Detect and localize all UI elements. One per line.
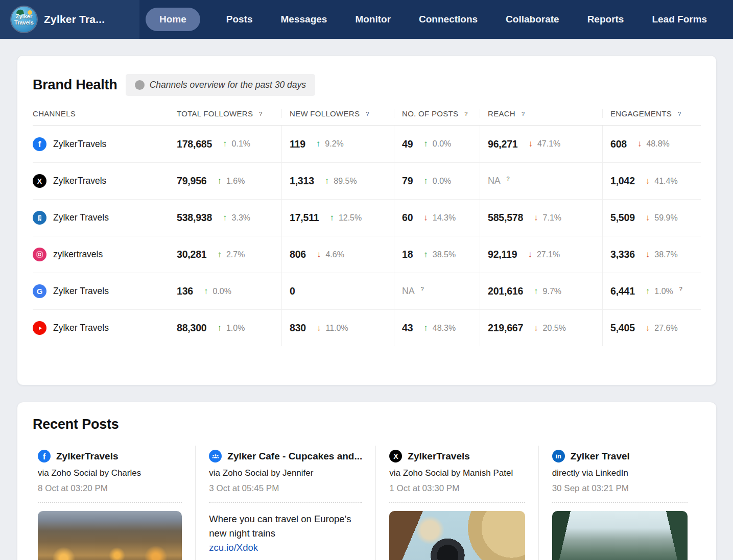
help-question-icon[interactable]: ? <box>259 111 262 117</box>
table-row-google-my-business: Zylker Travels 1360.0% 0 NA? 201,6169.7%… <box>33 273 701 309</box>
metric-value: 96,271 <box>488 138 517 150</box>
trend-arrow-icon <box>646 176 650 186</box>
help-question-icon[interactable]: ? <box>522 111 525 117</box>
help-question-icon[interactable]: ? <box>679 286 682 292</box>
dotted-divider <box>38 502 182 503</box>
x-twitter-icon <box>33 174 46 188</box>
post-account-name[interactable]: Zylker Cafe - Cupcakes and... <box>227 451 362 462</box>
trend-percent: 27.1% <box>537 250 560 259</box>
post-link[interactable]: zcu.io/Xdok <box>209 541 362 555</box>
metric-value: 88,300 <box>177 322 206 334</box>
trend-arrow-icon <box>223 139 227 149</box>
metric-value: 608 <box>610 138 627 150</box>
column-label: NEW FOLLOWERS <box>290 109 360 118</box>
column-label: TOTAL FOLLOWERS <box>177 109 253 118</box>
metric-engagements: 60848.8% <box>602 126 701 162</box>
trend-percent: 48.3% <box>433 324 456 333</box>
channel-name[interactable]: ZylkerTravels <box>53 139 106 150</box>
help-question-icon[interactable]: ? <box>507 176 510 182</box>
trend-arrow-icon <box>646 323 650 333</box>
channel-name[interactable]: Zylker Travels <box>53 286 109 297</box>
metric-total-followers: 178,6850.1% <box>177 126 281 162</box>
trend-arrow-icon <box>325 176 329 186</box>
nav-item-lead-forms[interactable]: Lead Forms <box>650 8 709 31</box>
metric-value: 43 <box>402 322 413 334</box>
trend-percent: 38.7% <box>654 250 677 259</box>
trend-arrow-icon <box>423 213 428 223</box>
metric-value: 79,956 <box>177 175 206 187</box>
trend-arrow-icon <box>646 286 650 297</box>
post-image[interactable] <box>552 511 688 560</box>
facebook-icon <box>33 137 46 151</box>
help-question-icon[interactable]: ? <box>678 111 681 117</box>
metric-value: 92,119 <box>488 249 517 260</box>
post-image[interactable] <box>389 511 525 560</box>
trend-arrow-icon <box>534 323 538 333</box>
metric-value: 30,281 <box>177 249 206 260</box>
help-question-icon[interactable]: ? <box>366 111 369 117</box>
metric-new-followers: 8064.6% <box>281 236 394 273</box>
metric-value: 219,667 <box>488 322 523 334</box>
trend-percent: 0.0% <box>212 287 231 296</box>
metric-total-followers: 30,2812.7% <box>177 236 281 273</box>
metric-value: 49 <box>402 138 413 150</box>
metric-new-followers: 17,51112.5% <box>281 200 394 236</box>
channel-name[interactable]: ZylkerTravels <box>53 176 106 186</box>
metric-reach: 92,11927.1% <box>480 236 602 273</box>
metric-value: 5,509 <box>610 212 635 224</box>
column-label: CHANNELS <box>33 109 76 118</box>
metric-value: 178,685 <box>177 138 212 150</box>
trend-percent: 0.1% <box>232 139 250 149</box>
metric-value: 6,441 <box>610 285 635 297</box>
metric-engagements: 6,4411.0%? <box>602 273 701 309</box>
trend-arrow-icon <box>223 213 227 223</box>
trend-percent: 14.3% <box>433 213 456 223</box>
channel-name[interactable]: Zylker Travels <box>53 212 109 223</box>
nav-menu: Home Posts Messages Monitor Connections … <box>139 0 733 39</box>
trend-arrow-icon <box>217 323 222 333</box>
metric-value: 119 <box>290 138 305 150</box>
metric-value: 3,336 <box>610 249 635 260</box>
brand-logo[interactable]: Zylker Travels <box>11 7 37 32</box>
metric-value: 60 <box>402 212 413 224</box>
info-icon <box>135 80 145 90</box>
brand-section: Zylker Travels Zylker Tra... <box>0 0 139 39</box>
trend-percent: 1.0% <box>226 324 245 333</box>
metric-total-followers: 1360.0% <box>177 273 281 309</box>
channel-name[interactable]: zylkertravels <box>53 249 103 260</box>
nav-item-home[interactable]: Home <box>146 8 200 31</box>
metric-new-followers: 83011.0% <box>281 310 394 346</box>
nav-item-reports[interactable]: Reports <box>585 8 626 31</box>
trend-arrow-icon <box>423 323 428 333</box>
nav-item-collaborate[interactable]: Collaborate <box>504 8 561 31</box>
nav-item-posts[interactable]: Posts <box>224 8 255 31</box>
post-image[interactable] <box>38 511 182 560</box>
metric-value: 5,405 <box>610 322 635 334</box>
channel-name[interactable]: Zylker Travels <box>53 323 109 333</box>
trend-percent: 9.7% <box>543 287 561 296</box>
metric-reach: NA? <box>480 163 602 199</box>
metric-value: NA <box>488 176 501 186</box>
metric-engagements: 1,04241.4% <box>602 163 701 199</box>
help-question-icon[interactable]: ? <box>464 111 467 117</box>
trend-percent: 59.9% <box>654 213 677 223</box>
brand-name[interactable]: Zylker Tra... <box>44 13 105 26</box>
recent-posts-title: Recent Posts <box>33 417 701 432</box>
trend-arrow-icon <box>528 139 533 149</box>
nav-item-connections[interactable]: Connections <box>417 8 480 31</box>
column-header-engagements: ENGAGEMENTS? <box>602 109 701 118</box>
metric-value: 1,042 <box>610 175 635 187</box>
trend-percent: 9.2% <box>325 139 343 149</box>
post-timestamp: 1 Oct at 03:30 PM <box>389 483 525 494</box>
metric-value: 585,578 <box>488 212 523 224</box>
post-author: via Zoho Social by Manish Patel <box>389 468 525 478</box>
help-question-icon[interactable]: ? <box>421 286 424 292</box>
nav-item-messages[interactable]: Messages <box>279 8 329 31</box>
nav-item-monitor[interactable]: Monitor <box>353 8 393 31</box>
metric-new-followers: 0 <box>281 273 394 309</box>
metric-value: 830 <box>290 322 306 334</box>
trend-arrow-icon <box>423 176 428 186</box>
post-account-name[interactable]: ZylkerTravels <box>56 451 118 462</box>
post-account-name[interactable]: Zylker Travel <box>571 451 630 462</box>
post-account-name[interactable]: ZylkerTravels <box>408 451 469 462</box>
